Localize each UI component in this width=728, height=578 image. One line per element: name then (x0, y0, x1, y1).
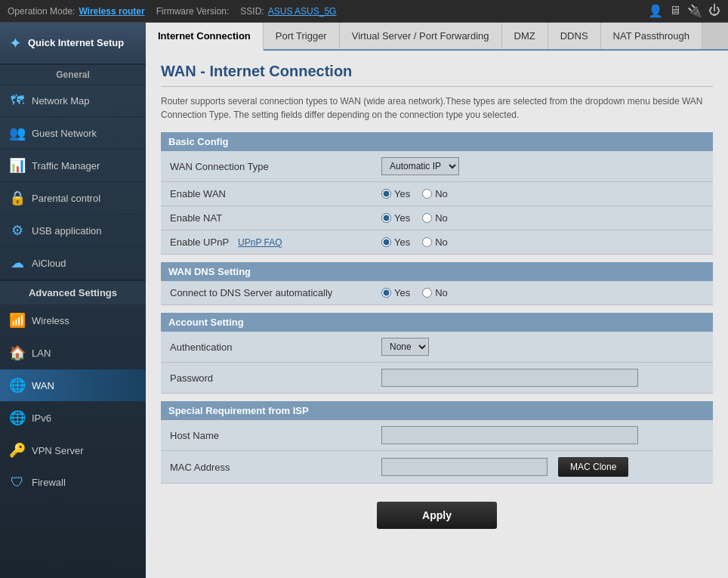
enable-nat-yes[interactable]: Yes (381, 212, 410, 224)
enable-nat-row: Enable NAT Yes No (161, 206, 713, 230)
wan-connection-type-label: WAN Connection Type (161, 151, 372, 182)
sidebar-item-network-map[interactable]: 🗺 Network Map (0, 85, 146, 117)
ipv6-label: IPv6 (32, 413, 51, 424)
page-content: WAN - Internet Connection Router support… (146, 51, 728, 578)
enable-nat-no[interactable]: No (422, 212, 448, 224)
enable-wan-label: Enable WAN (161, 182, 372, 206)
main-content: Internet Connection Port Trigger Virtual… (146, 23, 728, 578)
dns-auto-no[interactable]: No (422, 287, 448, 298)
authentication-row: Authentication None (161, 332, 713, 363)
fw-label: Firmware Version: (156, 6, 230, 17)
dns-setting-header: WAN DNS Setting (161, 262, 713, 281)
mode-value[interactable]: Wireless router (79, 6, 144, 17)
usb-application-label: USB application (32, 225, 102, 236)
host-name-label: Host Name (161, 420, 372, 451)
enable-upnp-yes-radio[interactable] (381, 237, 391, 247)
apply-bar: Apply (161, 491, 713, 539)
enable-upnp-no-radio[interactable] (422, 237, 432, 247)
sidebar-item-usb-application[interactable]: ⚙ USB application (0, 215, 146, 247)
lan-label: LAN (32, 348, 51, 359)
page-title: WAN - Internet Connection (161, 63, 713, 87)
basic-config-header: Basic Config (161, 132, 713, 151)
dns-auto-yes-radio[interactable] (381, 288, 391, 298)
user-icon[interactable]: 👤 (648, 4, 663, 18)
dns-auto-row: Connect to DNS Server automatically Yes … (161, 281, 713, 305)
enable-upnp-row: Enable UPnP UPnP FAQ Yes No (161, 230, 713, 255)
tab-bar: Internet Connection Port Trigger Virtual… (146, 23, 728, 51)
enable-wan-row: Enable WAN Yes No (161, 182, 713, 206)
top-bar: Operation Mode: Wireless router Firmware… (0, 0, 728, 23)
ssid-label: SSID: (240, 6, 264, 17)
sidebar-item-vpn-server[interactable]: 🔑 VPN Server (0, 434, 146, 467)
enable-nat-radio-group: Yes No (381, 212, 704, 224)
usb-app-icon: ⚙ (9, 222, 26, 239)
sidebar-item-parental-control[interactable]: 🔒 Parental control (0, 182, 146, 215)
mac-clone-button[interactable]: MAC Clone (558, 457, 628, 477)
guest-network-icon: 👥 (9, 125, 26, 141)
sidebar-item-traffic-manager[interactable]: 📊 Traffic Manager (0, 150, 146, 182)
wan-label: WAN (32, 380, 54, 391)
enable-wan-yes-radio[interactable] (381, 189, 391, 199)
enable-nat-no-radio[interactable] (422, 213, 432, 223)
sidebar-item-wan[interactable]: 🌐 WAN (0, 369, 146, 402)
enable-wan-yes[interactable]: Yes (381, 188, 410, 199)
mac-address-input[interactable] (381, 458, 548, 476)
enable-upnp-label: Enable UPnP UPnP FAQ (161, 230, 372, 255)
traffic-manager-icon: 📊 (9, 157, 26, 174)
dns-auto-no-radio[interactable] (422, 288, 432, 298)
tab-nat-passthrough[interactable]: NAT Passthrough (601, 23, 702, 49)
aicloud-icon: ☁ (9, 255, 26, 271)
general-section: General (0, 64, 146, 85)
basic-config-table: WAN Connection Type Automatic IP Enable … (161, 151, 713, 255)
main-layout: ✦ Quick Internet Setup General 🗺 Network… (0, 23, 728, 578)
tab-dmz[interactable]: DMZ (502, 23, 548, 49)
wan-connection-type-select[interactable]: Automatic IP (381, 157, 459, 175)
power-icon[interactable]: ⏻ (708, 4, 720, 18)
enable-wan-no[interactable]: No (422, 188, 448, 199)
account-setting-table: Authentication None Password (161, 332, 713, 394)
traffic-manager-label: Traffic Manager (32, 160, 100, 172)
sidebar-item-wireless[interactable]: 📶 Wireless (0, 304, 146, 337)
vpn-icon: 🔑 (9, 442, 26, 459)
enable-nat-yes-radio[interactable] (381, 213, 391, 223)
authentication-label: Authentication (161, 332, 372, 363)
upnp-faq-link[interactable]: UPnP FAQ (238, 237, 282, 248)
advanced-section-label: Advanced Settings (0, 280, 146, 304)
mac-address-label: MAC Address (161, 451, 372, 484)
apply-button[interactable]: Apply (377, 502, 497, 529)
sidebar: ✦ Quick Internet Setup General 🗺 Network… (0, 23, 146, 578)
sidebar-header[interactable]: ✦ Quick Internet Setup (0, 23, 146, 64)
host-name-input[interactable] (381, 426, 638, 444)
sidebar-item-ipv6[interactable]: 🌐 IPv6 (0, 402, 146, 434)
mac-address-row: MAC Address MAC Clone (161, 451, 713, 484)
sidebar-item-firewall[interactable]: 🛡 Firewall (0, 467, 146, 499)
ssid-values[interactable]: ASUS ASUS_5G (268, 6, 337, 17)
account-setting-header: Account Setting (161, 313, 713, 332)
firewall-icon: 🛡 (9, 474, 26, 490)
tab-ddns[interactable]: DDNS (548, 23, 601, 49)
sidebar-item-guest-network[interactable]: 👥 Guest Network (0, 117, 146, 150)
tab-virtual-server[interactable]: Virtual Server / Port Forwarding (340, 23, 502, 49)
enable-upnp-radio-group: Yes No (381, 236, 704, 248)
ipv6-icon: 🌐 (9, 410, 26, 426)
parental-control-icon: 🔒 (9, 190, 26, 206)
dns-auto-yes[interactable]: Yes (381, 287, 410, 298)
enable-upnp-no[interactable]: No (422, 236, 448, 248)
password-input[interactable] (381, 369, 638, 387)
tab-internet-connection[interactable]: Internet Connection (146, 23, 264, 51)
tab-port-trigger[interactable]: Port Trigger (264, 23, 340, 49)
screen-icon[interactable]: 🖥 (669, 4, 681, 18)
usb-icon[interactable]: 🔌 (687, 4, 702, 18)
password-label: Password (161, 363, 372, 394)
enable-upnp-yes[interactable]: Yes (381, 236, 410, 248)
wireless-icon: 📶 (9, 312, 26, 329)
quick-setup-icon: ✦ (9, 34, 22, 52)
vpn-server-label: VPN Server (32, 445, 84, 456)
authentication-select[interactable]: None (381, 338, 429, 356)
dns-auto-radio-group: Yes No (381, 287, 704, 298)
mode-label: Operation Mode: (8, 6, 75, 17)
wan-icon: 🌐 (9, 377, 26, 394)
sidebar-item-aicloud[interactable]: ☁ AiCloud (0, 247, 146, 280)
sidebar-item-lan[interactable]: 🏠 LAN (0, 337, 146, 369)
enable-wan-no-radio[interactable] (422, 189, 432, 199)
